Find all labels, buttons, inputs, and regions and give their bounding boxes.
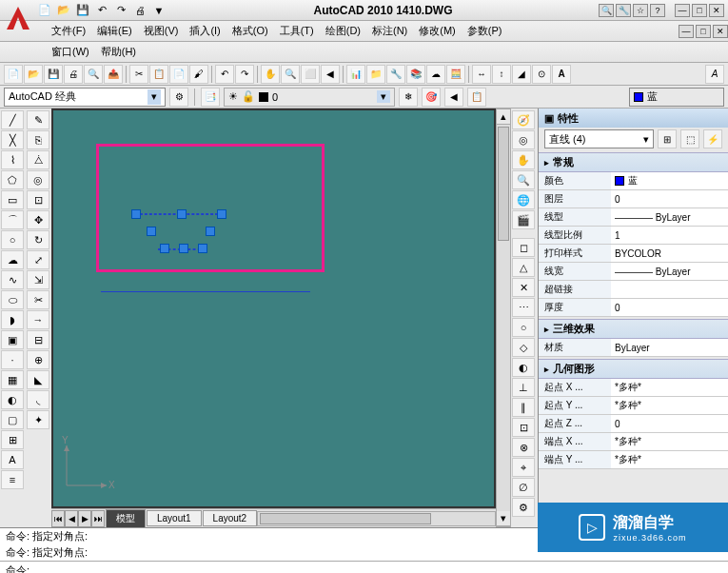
grip[interactable] bbox=[147, 227, 156, 236]
move-tool-icon[interactable]: ✥ bbox=[27, 210, 49, 229]
offset-tool-icon[interactable]: ◎ bbox=[27, 170, 49, 189]
osnap-qua-icon[interactable]: ◇ bbox=[512, 338, 535, 357]
gradient-tool-icon[interactable]: ◐ bbox=[1, 390, 24, 409]
table-tool-icon[interactable]: ⊞ bbox=[1, 430, 24, 449]
block-tool-icon[interactable]: ▣ bbox=[1, 330, 24, 349]
layer-combo[interactable]: ☀ 🔓 0 ▾ bbox=[224, 88, 395, 107]
osnap-tan-icon[interactable]: ◐ bbox=[512, 358, 535, 377]
tb-cut-icon[interactable]: ✂ bbox=[129, 65, 148, 84]
mtext-tool-icon[interactable]: A bbox=[1, 450, 24, 469]
stretch-tool-icon[interactable]: ⇲ bbox=[27, 270, 49, 289]
extend-tool-icon[interactable]: → bbox=[27, 310, 49, 329]
osnap-mid-icon[interactable]: △ bbox=[512, 258, 535, 277]
menu-params[interactable]: 参数(P) bbox=[462, 24, 508, 38]
osnap-ins-icon[interactable]: ⊡ bbox=[512, 418, 535, 437]
scrollbar-thumb[interactable] bbox=[498, 127, 509, 241]
menu-annotate[interactable]: 标注(N) bbox=[366, 24, 413, 38]
horizontal-scrollbar[interactable] bbox=[257, 511, 496, 526]
region-tool-icon[interactable]: ▢ bbox=[1, 410, 24, 429]
tb-paste-icon[interactable]: 📄 bbox=[169, 65, 188, 84]
osnap-none-icon[interactable]: ∅ bbox=[512, 478, 535, 497]
tb-dim-icon[interactable]: ↔ bbox=[472, 65, 491, 84]
tab-nav-first[interactable]: ⏮ bbox=[51, 510, 65, 527]
grip[interactable] bbox=[177, 209, 187, 219]
workspace-combo[interactable]: AutoCAD 经典 ▾ bbox=[4, 88, 166, 107]
tb-pan-icon[interactable]: ✋ bbox=[261, 65, 280, 84]
osnap-ext-icon[interactable]: ⋯ bbox=[512, 298, 535, 317]
menu-window[interactable]: 窗口(W) bbox=[46, 45, 95, 59]
prop-endx-value[interactable]: *多种* bbox=[611, 433, 728, 451]
menu-file[interactable]: 文件(F) bbox=[46, 24, 91, 38]
layer-prev-icon[interactable]: ◀ bbox=[444, 88, 463, 107]
tb-new-icon[interactable]: 📄 bbox=[4, 65, 23, 84]
close-button[interactable]: ✕ bbox=[709, 4, 724, 17]
menu-insert[interactable]: 插入(I) bbox=[184, 24, 226, 38]
doc-restore-button[interactable]: □ bbox=[696, 25, 711, 38]
prop-material-value[interactable]: ByLayer bbox=[611, 339, 728, 357]
osnap-par-icon[interactable]: ∥ bbox=[512, 398, 535, 417]
tb-dc-icon[interactable]: 📁 bbox=[366, 65, 385, 84]
prop-layer-value[interactable]: 0 bbox=[611, 190, 728, 208]
revcloud-tool-icon[interactable]: ☁ bbox=[1, 250, 24, 269]
drawing-canvas[interactable]: X Y bbox=[51, 109, 496, 508]
prop-startx-value[interactable]: *多种* bbox=[611, 379, 728, 397]
menu-modify[interactable]: 修改(M) bbox=[413, 24, 462, 38]
menu-help[interactable]: 帮助(H) bbox=[95, 45, 142, 59]
help-icon[interactable]: ? bbox=[650, 4, 665, 17]
zoom-icon[interactable]: 🔍 bbox=[512, 170, 535, 189]
tb-open-icon[interactable]: 📂 bbox=[24, 65, 43, 84]
osnap-end-icon[interactable]: ◻ bbox=[512, 238, 535, 257]
circle-tool-icon[interactable]: ○ bbox=[1, 230, 24, 249]
xline-tool-icon[interactable]: ╳ bbox=[1, 130, 24, 149]
menu-edit[interactable]: 编辑(E) bbox=[91, 24, 138, 38]
osnap-settings-icon[interactable]: ⚙ bbox=[512, 498, 535, 517]
tb-textstyle-icon[interactable]: A bbox=[705, 65, 724, 84]
tb-props-icon[interactable]: 📊 bbox=[346, 65, 365, 84]
search-icon[interactable]: 🔍 bbox=[599, 4, 614, 17]
pline-tool-icon[interactable]: ⌇ bbox=[1, 150, 24, 169]
tb-redo-icon[interactable]: ↷ bbox=[235, 65, 254, 84]
grip[interactable] bbox=[217, 209, 226, 219]
orbit-icon[interactable]: 🌐 bbox=[512, 190, 535, 209]
mirror-tool-icon[interactable]: ⧊ bbox=[27, 150, 49, 169]
layer-iso-icon[interactable]: ❄ bbox=[399, 88, 418, 107]
join-tool-icon[interactable]: ⊕ bbox=[27, 350, 49, 369]
favorite-icon[interactable]: ☆ bbox=[633, 4, 648, 17]
erase-tool-icon[interactable]: ✎ bbox=[27, 110, 49, 129]
nav-compass-icon[interactable]: 🧭 bbox=[512, 110, 535, 129]
mline-tool-icon[interactable]: ≡ bbox=[1, 470, 24, 489]
grip[interactable] bbox=[198, 244, 207, 253]
array-tool-icon[interactable]: ⊡ bbox=[27, 190, 49, 209]
spline-tool-icon[interactable]: ∿ bbox=[1, 270, 24, 289]
prop-plotstyle-value[interactable]: BYCOLOR bbox=[611, 245, 728, 263]
menu-draw[interactable]: 绘图(D) bbox=[320, 24, 366, 38]
color-combo[interactable]: 蓝 bbox=[629, 88, 724, 107]
layer-state-icon[interactable]: 📋 bbox=[467, 88, 486, 107]
osnap-node-icon[interactable]: ⊗ bbox=[512, 438, 535, 457]
grip[interactable] bbox=[131, 209, 141, 219]
polygon-tool-icon[interactable]: ⬠ bbox=[1, 170, 24, 189]
qat-undo-icon[interactable]: ↶ bbox=[93, 2, 110, 19]
hatch-tool-icon[interactable]: ▦ bbox=[1, 370, 24, 389]
ellipse-tool-icon[interactable]: ⬭ bbox=[1, 290, 24, 309]
tb-print-icon[interactable]: 🖨 bbox=[64, 65, 83, 84]
arc-tool-icon[interactable]: ⌒ bbox=[1, 210, 24, 229]
menu-format[interactable]: 格式(O) bbox=[226, 24, 274, 38]
grip[interactable] bbox=[206, 227, 215, 236]
osnap-cen-icon[interactable]: ○ bbox=[512, 318, 535, 337]
tb-zoom-icon[interactable]: 🔍 bbox=[281, 65, 300, 84]
tab-model[interactable]: 模型 bbox=[106, 509, 146, 528]
select-objects-icon[interactable]: ⬚ bbox=[680, 129, 699, 148]
layer-props-icon[interactable]: 📑 bbox=[201, 88, 220, 107]
tb-calc-icon[interactable]: 🧮 bbox=[446, 65, 465, 84]
layer-match-icon[interactable]: 🎯 bbox=[422, 88, 441, 107]
tab-layout1[interactable]: Layout1 bbox=[147, 510, 202, 526]
chamfer-tool-icon[interactable]: ◣ bbox=[27, 370, 49, 389]
prop-startz-value[interactable]: 0 bbox=[611, 415, 728, 433]
grip[interactable] bbox=[160, 244, 169, 253]
scroll-up-icon[interactable]: ▴ bbox=[497, 109, 510, 125]
scrollbar-thumb[interactable] bbox=[260, 513, 431, 524]
tb-markup-icon[interactable]: ☁ bbox=[426, 65, 445, 84]
osnap-near-icon[interactable]: ⌖ bbox=[512, 458, 535, 477]
tb-zoomwin-icon[interactable]: ⬜ bbox=[301, 65, 320, 84]
